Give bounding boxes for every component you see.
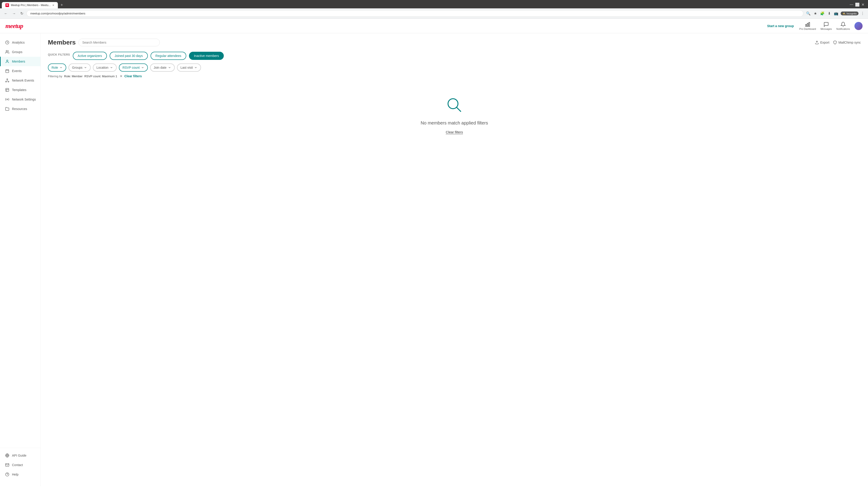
filter-groups-label: Groups — [72, 66, 83, 69]
chevron-down-icon — [84, 66, 87, 69]
svg-rect-2 — [809, 22, 810, 26]
contact-icon — [5, 463, 9, 467]
svg-line-25 — [457, 107, 461, 111]
quick-filter-inactive-members[interactable]: Inactive members — [189, 52, 224, 60]
svg-point-11 — [8, 81, 9, 82]
filter-rsvp-tag: RSVP count: Maximum 1 — [84, 74, 117, 78]
sidebar-item-templates[interactable]: Templates — [0, 85, 40, 95]
members-icon — [5, 59, 9, 64]
empty-state-title: No members match applied filters — [421, 121, 488, 126]
user-avatar[interactable] — [855, 22, 863, 30]
forward-button[interactable]: → — [11, 11, 17, 17]
clear-filter-x-button[interactable]: ✕ — [120, 74, 123, 78]
notifications-nav[interactable]: Notifications — [836, 22, 850, 30]
quick-filter-joined-past-30-days[interactable]: Joined past 30 days — [110, 52, 148, 60]
svg-point-10 — [7, 79, 8, 80]
sidebar-item-resources[interactable]: Resources — [0, 104, 40, 113]
bar-chart-icon — [805, 22, 810, 27]
sidebar-label-analytics: Analytics — [12, 41, 25, 44]
messages-nav[interactable]: Messages — [820, 22, 832, 30]
sidebar-label-members: Members — [12, 60, 25, 63]
sidebar-label-contact: Contact — [12, 463, 23, 467]
quick-filter-regular-attendees[interactable]: Regular attendees — [151, 52, 186, 60]
search-empty-icon — [445, 96, 463, 114]
sidebar-item-help[interactable]: Help — [0, 470, 40, 479]
nav-center: Start a new group — [767, 24, 794, 28]
minimize-button[interactable]: — — [850, 2, 853, 7]
back-button[interactable]: ← — [3, 11, 9, 17]
main-content: Members Export MailChimp sync — [41, 33, 868, 486]
window-controls: — ⬜ ✕ — [850, 2, 866, 8]
filter-rsvp-count[interactable]: RSVP count — [119, 64, 148, 72]
svg-rect-6 — [6, 70, 9, 73]
sidebar-item-api-guide[interactable]: API Guide — [0, 451, 40, 460]
filter-location[interactable]: Location — [93, 64, 117, 72]
events-icon — [5, 69, 9, 73]
filter-join-date-label: Join date — [154, 66, 166, 69]
incognito-label: Incognito — [846, 12, 857, 15]
mailchimp-icon — [833, 40, 837, 44]
network-settings-icon — [5, 97, 9, 101]
export-icon — [815, 40, 819, 44]
mailchimp-sync-button[interactable]: MailChimp sync — [833, 40, 861, 44]
reload-button[interactable]: ↻ — [19, 10, 25, 17]
filter-join-date[interactable]: Join date — [150, 64, 175, 72]
empty-state: No members match applied filters Clear f… — [48, 78, 861, 152]
search-input[interactable] — [79, 39, 160, 46]
filter-location-label: Location — [96, 66, 108, 69]
download-icon[interactable]: ⬇ — [827, 10, 832, 17]
filtering-by: Filtering by Role: Member RSVP count: Ma… — [48, 74, 861, 78]
groups-icon — [5, 50, 9, 54]
sidebar-label-templates: Templates — [12, 88, 26, 92]
sidebar-item-network-events[interactable]: Network Events — [0, 76, 40, 85]
clear-filters-link[interactable]: Clear filters — [124, 74, 142, 78]
new-tab-button[interactable]: + — [59, 2, 65, 8]
svg-rect-1 — [807, 23, 808, 26]
filter-role[interactable]: Role — [48, 64, 66, 72]
svg-rect-0 — [806, 24, 807, 26]
filter-groups[interactable]: Groups — [68, 64, 91, 72]
page-title: Members — [48, 39, 76, 46]
sidebar-item-members[interactable]: Members — [0, 57, 40, 66]
nav-icons: Pro Dashboard Messages Notifications — [799, 22, 863, 30]
bookmark-icon[interactable]: ★ — [813, 10, 818, 17]
extensions-icon[interactable]: 🧩 — [819, 10, 826, 17]
chevron-down-icon — [110, 66, 113, 69]
network-events-icon — [5, 78, 9, 83]
empty-state-clear-button[interactable]: Clear filters — [446, 130, 463, 134]
menu-icon[interactable]: ⋮ — [860, 10, 865, 17]
meetup-logo[interactable]: meetup — [5, 22, 23, 30]
sidebar: Analytics Groups Members — [0, 33, 41, 486]
sidebar-label-network-events: Network Events — [12, 78, 34, 82]
start-new-group-link[interactable]: Start a new group — [767, 24, 794, 28]
address-bar[interactable]: meetup.com/pro/moodjoy/admin/members — [26, 10, 803, 17]
maximize-button[interactable]: ⬜ — [855, 2, 860, 7]
chevron-down-icon — [141, 66, 144, 69]
sidebar-item-contact[interactable]: Contact — [0, 460, 40, 470]
filter-last-visit[interactable]: Last visit — [177, 64, 201, 72]
app: meetup Start a new group Pro Dashboard M… — [0, 19, 868, 486]
sidebar-item-events[interactable]: Events — [0, 66, 40, 76]
sidebar-nav: Analytics Groups Members — [0, 38, 40, 448]
browser-tab-active[interactable]: M Meetup Pro | Members - Meetu... × — [2, 2, 58, 8]
help-icon — [5, 473, 9, 477]
sidebar-item-groups[interactable]: Groups — [0, 47, 40, 57]
close-window-button[interactable]: ✕ — [862, 2, 864, 7]
quick-filter-active-organizers[interactable]: Active organizers — [73, 52, 107, 60]
cast-icon[interactable]: 📺 — [833, 10, 839, 17]
resources-icon — [5, 107, 9, 111]
pro-dashboard-label: Pro Dashboard — [799, 28, 816, 30]
svg-rect-15 — [6, 88, 9, 92]
sidebar-item-analytics[interactable]: Analytics — [0, 38, 40, 47]
top-nav: meetup Start a new group Pro Dashboard M… — [0, 19, 868, 33]
search-browser-icon[interactable]: 🔍 — [805, 10, 811, 17]
export-button[interactable]: Export — [815, 40, 829, 44]
bell-icon — [840, 22, 846, 27]
tab-close-button[interactable]: × — [53, 3, 54, 7]
address-text: meetup.com/pro/moodjoy/admin/members — [30, 12, 800, 15]
export-label: Export — [820, 41, 829, 44]
svg-point-5 — [6, 60, 8, 61]
sidebar-item-network-settings[interactable]: Network Settings — [0, 95, 40, 104]
messages-label: Messages — [820, 28, 832, 30]
pro-dashboard-nav[interactable]: Pro Dashboard — [799, 22, 816, 30]
